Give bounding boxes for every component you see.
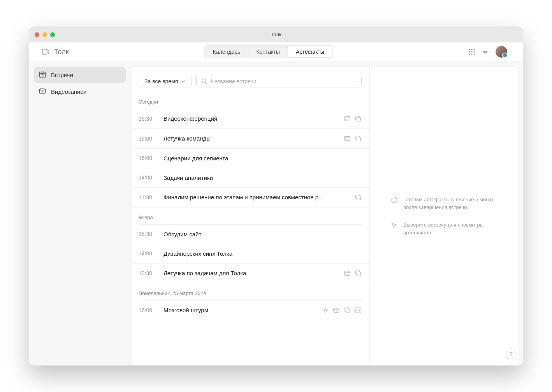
spinner-icon [391, 197, 398, 204]
hint-processing: Готовим артефакты в течение 5 минут посл… [391, 196, 497, 211]
meeting-title: Обсудим сайт [163, 231, 354, 237]
svg-rect-14 [345, 116, 350, 121]
meeting-row[interactable]: 16:30Видеоконференция [131, 109, 369, 129]
svg-point-9 [471, 53, 472, 54]
meeting-row[interactable]: 15:30Обсудим сайт [131, 225, 369, 244]
filters: За все время [131, 75, 369, 92]
meeting-title: Мозговой штурм [163, 307, 314, 313]
svg-point-4 [473, 49, 475, 50]
meeting-row[interactable]: 14:00Дизайнерских синх Толка [131, 244, 369, 264]
svg-point-6 [471, 51, 472, 52]
app-window: Толк Толк Календарь Контакты Артефакты [29, 27, 523, 366]
meeting-row[interactable]: 16:00Мозговой штурм [131, 301, 369, 320]
tab-calendar[interactable]: Календарь [205, 46, 249, 57]
transcript-icon [355, 135, 362, 142]
meeting-row[interactable]: 13:30Летучка по задачам для Толка [131, 264, 369, 283]
svg-rect-28 [346, 309, 350, 313]
search-icon [201, 78, 207, 84]
svg-rect-22 [345, 271, 350, 275]
brand[interactable]: Толк [42, 47, 69, 56]
recording-icon [344, 115, 351, 122]
meeting-time: 11:30 [139, 194, 156, 200]
chevron-down-icon[interactable] [482, 49, 489, 55]
search-input[interactable] [211, 78, 357, 84]
search-field[interactable] [196, 75, 362, 88]
transcript-icon [355, 115, 362, 122]
calendar-list-icon [39, 70, 46, 79]
meeting-time: 14:00 [139, 174, 156, 181]
svg-rect-19 [357, 137, 360, 141]
meeting-time: 13:30 [139, 270, 156, 276]
sidebar-item-recordings[interactable]: Видеозаписи [34, 83, 126, 100]
group-label: Понедельник, 25 марта 2024 [131, 283, 369, 300]
hint-select-text: Выберите встречу для просмотра артефакто… [403, 221, 497, 236]
stats-icon [355, 307, 362, 314]
meeting-time: 16:00 [139, 135, 156, 142]
meeting-title: Сценарии для сегмента [163, 155, 354, 162]
svg-point-25 [324, 309, 326, 311]
apps-grid-icon[interactable] [468, 48, 475, 55]
meeting-title: Видеоконференция [163, 115, 336, 122]
traffic-lights [35, 32, 55, 37]
svg-point-10 [473, 53, 475, 54]
svg-rect-12 [40, 89, 46, 93]
meeting-title: Летучка команды [163, 135, 336, 142]
brand-name: Толк [54, 48, 69, 56]
window-title: Толк [271, 32, 281, 37]
meeting-artifact-icons [344, 115, 362, 122]
meeting-artifact-icons [344, 270, 362, 277]
svg-point-3 [471, 49, 472, 50]
cursor-icon [391, 222, 398, 229]
main-tabs: Календарь Контакты Артефакты [204, 45, 333, 58]
meeting-row[interactable]: 11:30Финалим решение по этапам и принима… [131, 188, 369, 207]
ai-icon [322, 307, 329, 314]
meeting-time: 15:30 [139, 231, 156, 237]
recording-icon [344, 135, 351, 142]
svg-point-1 [46, 49, 46, 50]
content-card: За все время Сегодня16:30Видеоконференци… [130, 67, 518, 366]
meeting-title: Летучка по задачам для Толка [163, 270, 336, 276]
meeting-artifact-icons [344, 135, 362, 142]
workspace: Встречи Видеозаписи За все время [29, 62, 523, 366]
svg-point-7 [473, 51, 475, 52]
content-wrap: За все время Сегодня16:30Видеоконференци… [130, 62, 523, 366]
svg-point-13 [202, 79, 206, 83]
tab-contacts[interactable]: Контакты [248, 46, 288, 57]
top-nav: Толк Календарь Контакты Артефакты [29, 42, 523, 62]
video-recordings-icon [39, 87, 46, 96]
brand-icon [42, 47, 50, 56]
sidebar-item-label: Видеозаписи [51, 88, 86, 95]
meeting-time: 15:00 [139, 155, 156, 161]
meeting-title: Финалим решение по этапам и принимаем со… [163, 194, 347, 200]
transcript-icon [355, 270, 362, 277]
period-dropdown-label: За все время [144, 78, 178, 84]
tab-artifacts[interactable]: Артефакты [288, 46, 332, 57]
sidebar-item-meetings[interactable]: Встречи [34, 67, 126, 83]
meeting-artifact-icons [322, 307, 362, 314]
meeting-artifact-icons [355, 194, 362, 201]
svg-rect-26 [334, 308, 339, 312]
avatar[interactable] [496, 46, 507, 58]
svg-rect-16 [357, 117, 360, 121]
meeting-row[interactable]: 16:00Летучка команды [131, 129, 369, 149]
svg-point-5 [469, 51, 470, 52]
meeting-row[interactable]: 14:00Задачи аналитики [131, 168, 369, 188]
svg-rect-21 [357, 196, 360, 200]
maximize-window-button[interactable] [50, 32, 55, 37]
help-button[interactable]: ? [506, 348, 517, 359]
svg-rect-17 [345, 136, 350, 141]
transcript-icon [344, 307, 351, 314]
meeting-row[interactable]: 15:00Сценарии для сегмента [131, 149, 369, 168]
close-window-button[interactable] [35, 32, 39, 37]
meeting-title: Задачи аналитики [163, 174, 354, 181]
titlebar: Толк [29, 27, 523, 42]
chevron-down-icon [181, 79, 186, 84]
sidebar: Встречи Видеозаписи [29, 62, 130, 366]
transcript-icon [355, 194, 362, 201]
meeting-time: 14:00 [139, 250, 156, 257]
detail-panel: Готовим артефакты в течение 5 минут посл… [370, 67, 518, 366]
meeting-title: Дизайнерских синх Толка [163, 250, 354, 257]
period-dropdown[interactable]: За все время [139, 75, 192, 88]
svg-point-8 [469, 53, 470, 54]
minimize-window-button[interactable] [42, 32, 47, 37]
